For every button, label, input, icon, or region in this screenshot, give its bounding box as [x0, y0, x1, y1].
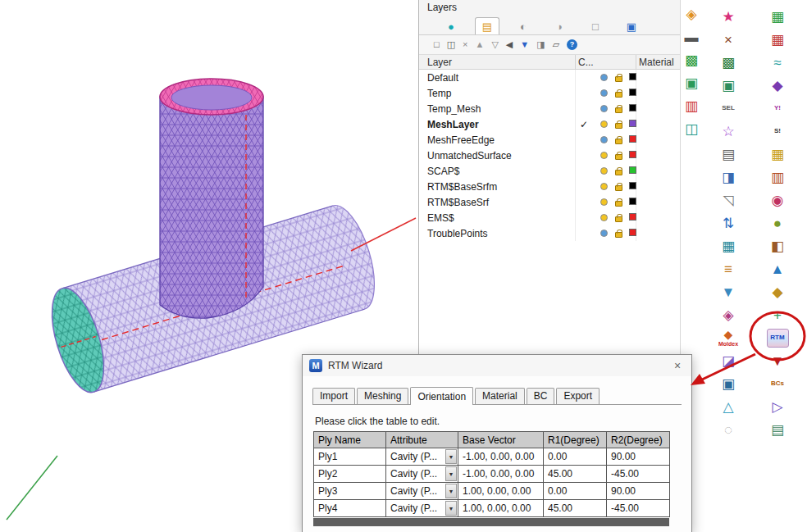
visibility-bulb-icon[interactable]	[600, 105, 608, 112]
r1-cell[interactable]: 45.00	[544, 466, 607, 483]
layer-row[interactable]: Temp_Mesh	[419, 101, 680, 116]
r1-cell[interactable]: 45.00	[544, 500, 607, 517]
toolbar-icon[interactable]: ▼	[718, 281, 739, 302]
toolbar-icon[interactable]: ▥	[681, 95, 702, 116]
layer-name[interactable]: TroublePoints	[427, 228, 488, 239]
toolbar-icon[interactable]: ▷	[767, 396, 788, 417]
toolbar-icon[interactable]: ▩	[681, 49, 702, 70]
table-row[interactable]: Ply4 Cavity (P...▼ 1.00, 0.00, 0.00 45.0…	[314, 500, 670, 517]
layer-row[interactable]: RTM$BaseSrf	[419, 194, 680, 210]
toolbar-icon[interactable]: ▣	[718, 373, 739, 394]
lock-icon[interactable]	[615, 107, 622, 113]
r2-cell[interactable]: 90.00	[607, 448, 670, 466]
table-row[interactable]: Ply1 Cavity (P...▼ -1.00, 0.00, 0.00 0.0…	[314, 448, 670, 466]
ply-name-cell[interactable]: Ply1	[314, 448, 386, 466]
toolbar-icon[interactable]: ▩	[718, 52, 739, 73]
toolbar-icon[interactable]: ★	[718, 6, 739, 27]
tab-export[interactable]: Export	[556, 388, 600, 404]
sel-icon[interactable]: SEL	[718, 98, 739, 119]
rtm-icon[interactable]: RTM	[767, 329, 789, 348]
layer-name[interactable]: Temp	[427, 88, 451, 99]
layer-row[interactable]: SCAP$	[419, 163, 680, 179]
table-row[interactable]: Ply2 Cavity (P...▼ -1.00, 0.00, 0.00 45.…	[314, 466, 670, 483]
ply-name-cell[interactable]: Ply4	[314, 500, 386, 517]
toolbar-icon[interactable]: ≈	[767, 52, 788, 73]
visibility-bulb-icon[interactable]	[600, 183, 608, 190]
toolbar-icon[interactable]: ▲	[767, 258, 788, 280]
layer-name[interactable]: RTM$BaseSrf	[427, 197, 489, 208]
toolbar-icon[interactable]: ⇅	[718, 212, 739, 234]
layer-color-swatch[interactable]	[629, 104, 636, 111]
toolbar-icon[interactable]: Y!	[767, 98, 788, 119]
layer-color-swatch[interactable]	[629, 151, 636, 158]
properties-tab[interactable]: ●	[439, 17, 463, 34]
dropdown-arrow-icon[interactable]: ▼	[445, 449, 457, 464]
attribute-cell[interactable]: Cavity (P...▼	[386, 483, 458, 500]
layer-color-swatch[interactable]	[629, 198, 636, 205]
toolbar-icon[interactable]: ●	[767, 212, 788, 234]
toolbar-icon[interactable]: ▼	[767, 350, 788, 371]
tab-bc[interactable]: BC	[527, 388, 555, 404]
bcs-icon[interactable]: BCs	[767, 373, 788, 394]
visibility-bulb-icon[interactable]	[600, 74, 608, 81]
column-header-current[interactable]: C...	[578, 57, 594, 68]
toolbar-icon[interactable]: ◧	[767, 235, 788, 257]
layer-name[interactable]: SCAP$	[427, 166, 459, 177]
tab-import[interactable]: Import	[312, 388, 355, 404]
ply-name-cell[interactable]: Ply2	[314, 466, 386, 483]
toolbar-icon[interactable]: ◨	[718, 166, 739, 188]
layer-name[interactable]: EMS$	[427, 212, 454, 224]
dropdown-arrow-icon[interactable]: ▼	[445, 501, 457, 516]
base-vector-cell[interactable]: -1.00, 0.00, 0.00	[458, 466, 544, 483]
dropdown-arrow-icon[interactable]: ▼	[445, 466, 457, 481]
attribute-cell[interactable]: Cavity (P...▼	[386, 448, 458, 466]
visibility-bulb-icon[interactable]	[600, 167, 608, 175]
toolbar-icon[interactable]: ◌	[718, 419, 739, 440]
layers-tab[interactable]: ▤	[475, 17, 499, 34]
visibility-bulb-icon[interactable]	[600, 198, 608, 206]
current-check-icon[interactable]: ✓	[578, 119, 590, 130]
layer-color-swatch[interactable]	[629, 89, 636, 96]
help-icon[interactable]: ?	[567, 39, 577, 50]
lock-icon[interactable]	[615, 201, 622, 207]
tab-orientation[interactable]: Orientation	[410, 387, 473, 405]
base-vector-cell[interactable]: 1.00, 0.00, 0.00	[458, 483, 544, 500]
collapse-icon[interactable]: ◀	[506, 40, 513, 49]
visibility-bulb-icon[interactable]	[600, 152, 608, 159]
lock-icon[interactable]	[615, 185, 622, 191]
tools-icon[interactable]: ▱	[553, 40, 559, 49]
moldex-icon[interactable]: ◆ Moldex	[718, 327, 739, 348]
layer-name[interactable]: RTM$BaseSrfm	[427, 181, 497, 193]
visibility-bulb-icon[interactable]	[600, 120, 608, 128]
column-header-layer[interactable]: Layer	[427, 57, 452, 68]
toolbar-icon[interactable]: ▬	[681, 26, 702, 48]
toolbar-icon[interactable]: S!	[767, 120, 788, 142]
toolbar-icon[interactable]: ▦	[767, 6, 788, 27]
toolbar-icon[interactable]: ▤	[767, 419, 788, 440]
table-row[interactable]: Ply3 Cavity (P...▼ 1.00, 0.00, 0.00 0.00…	[314, 483, 670, 500]
match-layer-icon[interactable]: ◨	[536, 40, 545, 49]
tab-meshing[interactable]: Meshing	[357, 388, 408, 404]
toolbar-icon[interactable]: +	[767, 304, 788, 325]
dropdown-arrow-icon[interactable]: ▼	[445, 484, 457, 498]
move-up-icon[interactable]: ▲	[476, 40, 485, 49]
visibility-bulb-icon[interactable]	[600, 214, 608, 221]
toolbar-icon[interactable]: ▤	[718, 143, 739, 165]
toolbar-icon[interactable]: ◉	[767, 189, 788, 211]
toolbar-icon[interactable]: ◫	[681, 118, 702, 139]
visibility-bulb-icon[interactable]	[600, 230, 608, 237]
notes-tab[interactable]: ◑	[547, 17, 572, 34]
toolbar-icon[interactable]: ▦	[718, 235, 739, 257]
filter-icon[interactable]: ▼	[520, 40, 529, 49]
tab-material[interactable]: Material	[475, 388, 525, 404]
toolbar-icon[interactable]: ▦	[767, 143, 788, 165]
layer-name[interactable]: UnmatchedSurface	[427, 150, 512, 161]
r2-cell[interactable]: -45.00	[607, 500, 670, 517]
layer-color-swatch[interactable]	[629, 229, 636, 236]
layer-color-swatch[interactable]	[629, 166, 636, 174]
toolbar-icon[interactable]: ▣	[681, 72, 702, 93]
base-vector-cell[interactable]: 1.00, 0.00, 0.00	[458, 500, 544, 517]
attribute-cell[interactable]: Cavity (P...▼	[386, 466, 458, 483]
visibility-bulb-icon[interactable]	[600, 136, 608, 143]
toolbar-icon[interactable]: ◆	[767, 75, 788, 96]
